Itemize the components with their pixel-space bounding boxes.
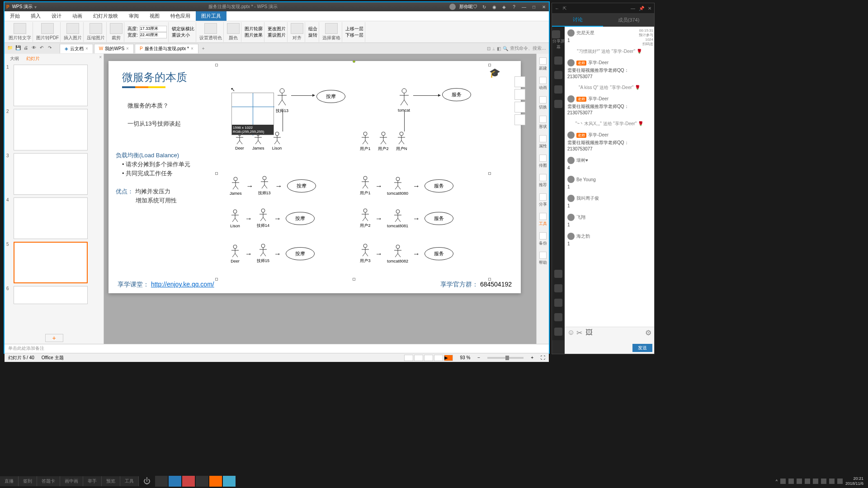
- help-icon[interactable]: ?: [511, 4, 517, 10]
- system-clock[interactable]: 20:21 2018/11/6: [845, 476, 863, 486]
- preview-icon[interactable]: 👁: [32, 45, 38, 52]
- eraser-icon[interactable]: ◧: [497, 46, 501, 51]
- menu-start[interactable]: 开始: [5, 11, 25, 21]
- tab-members[interactable]: 成员(374): [603, 13, 654, 27]
- bring-forward-button[interactable]: 上移一层: [345, 26, 363, 32]
- menu-design[interactable]: 设计: [46, 11, 67, 21]
- close-icon[interactable]: ✕: [541, 4, 547, 10]
- tab-discuss[interactable]: 讨论: [552, 13, 603, 27]
- close-icon[interactable]: ×: [126, 46, 129, 51]
- notes-area[interactable]: 单击此处添加备注: [5, 344, 549, 353]
- insert-img-button[interactable]: [66, 23, 79, 34]
- notes-view-icon[interactable]: [404, 355, 413, 361]
- close-icon[interactable]: ×: [99, 55, 102, 62]
- menu-review[interactable]: 审阅: [123, 11, 144, 21]
- color-picker[interactable]: 1598 x 1022RGB:(255,255,255): [231, 93, 274, 135]
- power-icon[interactable]: ⏻: [143, 477, 151, 485]
- combine-button[interactable]: 组合: [308, 26, 317, 32]
- selection-handle[interactable]: [215, 64, 218, 66]
- file-icon[interactable]: [554, 71, 562, 79]
- zoom-in-icon[interactable]: +: [531, 355, 533, 360]
- app-diamond[interactable]: [223, 476, 236, 487]
- skin-icon[interactable]: ◈: [501, 4, 507, 10]
- back-icon[interactable]: ←: [555, 6, 559, 11]
- image-icon[interactable]: 🖼: [585, 328, 592, 335]
- fit-window-icon[interactable]: ⛶: [541, 355, 545, 360]
- download-icon[interactable]: [554, 328, 562, 336]
- slide-canvas[interactable]: 微服务的本质 🎓 微服务的本质？ 一切从13号技师谈起 负载均衡(Load Ba…: [104, 54, 536, 344]
- app-wps[interactable]: [209, 476, 222, 487]
- tb-answer[interactable]: 答题卡: [37, 476, 60, 486]
- normal-view-icon[interactable]: [414, 355, 423, 361]
- tray-icon[interactable]: [821, 479, 826, 484]
- app-explorer[interactable]: [155, 476, 168, 487]
- selection-pane-button[interactable]: [325, 23, 338, 34]
- user-avatar[interactable]: [449, 4, 456, 10]
- sp-backup[interactable]: 备份: [539, 232, 547, 246]
- tray-icon[interactable]: [829, 479, 835, 484]
- slide-thumb-1[interactable]: [14, 65, 88, 106]
- menu-slideshow[interactable]: 幻灯片放映: [88, 11, 123, 21]
- close-icon[interactable]: ×: [85, 46, 88, 51]
- outline-tab-text[interactable]: 大纲: [6, 55, 23, 62]
- menu-pictools[interactable]: 图片工具: [196, 11, 226, 21]
- change-pic-button[interactable]: 更改图片: [268, 26, 286, 32]
- settings-icon[interactable]: ◉: [491, 4, 497, 10]
- tray-icon[interactable]: [797, 479, 802, 484]
- ppt-icon[interactable]: [554, 56, 562, 65]
- rotate-handle[interactable]: [353, 60, 355, 63]
- slide-thumb-4[interactable]: [14, 197, 88, 239]
- zoom-tool-icon[interactable]: [514, 76, 525, 87]
- compress-button[interactable]: [90, 23, 102, 34]
- selection-handle[interactable]: [215, 172, 218, 175]
- sp-upload[interactable]: 传图: [539, 155, 547, 169]
- sp-shape[interactable]: 形状: [539, 116, 547, 130]
- gear-icon[interactable]: ⚙: [645, 328, 651, 335]
- add-slide-button[interactable]: +: [45, 334, 63, 342]
- effect-button[interactable]: 图片效果: [245, 32, 263, 38]
- height-input[interactable]: [140, 26, 167, 32]
- ruler-icon[interactable]: ⟂: [492, 46, 495, 51]
- record-icon[interactable]: [554, 85, 562, 94]
- app-x[interactable]: [182, 476, 195, 487]
- menu-view[interactable]: 视图: [144, 11, 165, 21]
- menu-insert[interactable]: 插入: [25, 11, 46, 21]
- emoji-icon[interactable]: ☺: [567, 328, 574, 335]
- crop-button[interactable]: [110, 23, 123, 34]
- transparency-button[interactable]: [204, 23, 217, 34]
- search-icon[interactable]: 🔍: [503, 46, 508, 51]
- app-ie[interactable]: [169, 476, 181, 487]
- add-tab-icon[interactable]: +: [199, 46, 208, 51]
- tray-icon[interactable]: [813, 479, 818, 484]
- scissors-icon[interactable]: ✂: [576, 328, 583, 335]
- sp-recommend[interactable]: 推荐: [539, 174, 547, 188]
- sp-trans[interactable]: 切换: [539, 96, 547, 110]
- tb-preview[interactable]: 预览: [102, 476, 120, 486]
- sp-tools[interactable]: 工具: [539, 213, 547, 227]
- footer-url[interactable]: http://enjoy.ke.qq.com/: [151, 281, 214, 288]
- tab-cloud[interactable]: ◈云文档×: [60, 44, 93, 53]
- tab-document[interactable]: P服务注册与发现.pptx *×: [135, 44, 198, 53]
- zoom-slider[interactable]: [487, 357, 524, 359]
- outline-tab-slides[interactable]: 幻灯片: [23, 55, 43, 62]
- tb-signin[interactable]: 签到: [19, 476, 37, 486]
- reading-view-icon[interactable]: [434, 355, 443, 361]
- tray-icon[interactable]: [788, 479, 794, 484]
- minimize-icon[interactable]: —: [631, 6, 635, 11]
- tb-tools[interactable]: 工具: [120, 476, 139, 486]
- slide-thumb-3[interactable]: [14, 153, 88, 195]
- redo-icon[interactable]: ↷: [48, 45, 54, 52]
- grid-icon[interactable]: [554, 313, 562, 321]
- width-input[interactable]: [140, 32, 167, 38]
- music-icon[interactable]: [554, 299, 562, 307]
- maximize-icon[interactable]: □: [531, 4, 537, 10]
- search-hint[interactable]: 查找命令、搜索…: [510, 45, 546, 52]
- print-icon[interactable]: 🖨: [24, 45, 30, 52]
- close-icon[interactable]: ✕: [648, 6, 651, 11]
- tab-mywps[interactable]: W我的WPS×: [94, 44, 134, 53]
- lock-ratio-checkbox[interactable]: 锁定纵横比: [172, 26, 194, 32]
- save-icon[interactable]: 💾: [15, 45, 22, 52]
- tray-icon[interactable]: [837, 479, 843, 484]
- sp-anim[interactable]: 动画: [539, 77, 547, 91]
- sorter-view-icon[interactable]: [424, 355, 433, 361]
